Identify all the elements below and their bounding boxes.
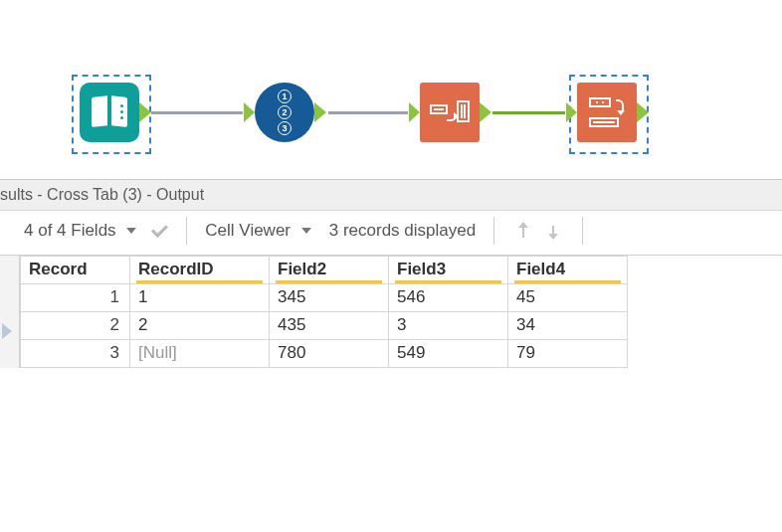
transpose-tool[interactable]: [420, 83, 480, 142]
connection[interactable]: [151, 111, 243, 114]
cell-viewer-label: Cell Viewer: [205, 221, 291, 240]
connection[interactable]: [328, 111, 408, 114]
table-row[interactable]: 3 [Null] 780 549 79: [21, 340, 628, 368]
cell-record: 1: [21, 284, 130, 312]
column-header-recordid[interactable]: RecordID: [130, 257, 270, 284]
table-row[interactable]: 1 1 345 546 45: [21, 284, 628, 312]
column-header-field4[interactable]: Field4: [508, 257, 628, 284]
crosstab-tool[interactable]: [577, 83, 637, 142]
recordid-tool[interactable]: 123: [255, 83, 314, 142]
arrow-down-icon[interactable]: [546, 224, 560, 238]
input-tool[interactable]: [80, 83, 139, 142]
output-anchor[interactable]: [637, 102, 649, 122]
column-header-record[interactable]: Record: [21, 257, 130, 284]
input-anchor[interactable]: [244, 102, 255, 122]
results-toolbar: 4 of 4 Fields Cell Viewer 3 records disp…: [0, 211, 782, 255]
cell[interactable]: 435: [270, 312, 389, 340]
output-anchor[interactable]: [139, 102, 151, 122]
cell[interactable]: 546: [389, 284, 508, 312]
recordid-icon: 123: [278, 89, 292, 135]
results-panel: sults - Cross Tab (3) - Output 4 of 4 Fi…: [0, 179, 782, 368]
results-grid[interactable]: Record RecordID Field2 Field3 Field4 1 1…: [20, 256, 628, 368]
input-anchor[interactable]: [409, 102, 420, 122]
cell[interactable]: 780: [270, 340, 389, 368]
arrow-up-icon[interactable]: [516, 224, 530, 238]
records-count: 3 records displayed: [329, 221, 476, 241]
header-row: Record RecordID Field2 Field3 Field4: [21, 257, 628, 284]
cell[interactable]: 79: [508, 340, 628, 368]
cell-record: 3: [21, 340, 130, 368]
current-row-marker: [2, 323, 12, 339]
cell[interactable]: [Null]: [130, 340, 270, 368]
transpose-icon: [429, 97, 471, 127]
table-row[interactable]: 2 2 435 3 34: [21, 312, 628, 340]
apply-icon[interactable]: [150, 225, 168, 237]
column-header-field2[interactable]: Field2: [270, 257, 389, 284]
chevron-down-icon: [126, 228, 136, 234]
column-header-field3[interactable]: Field3: [389, 257, 508, 284]
cell[interactable]: 1: [130, 284, 270, 312]
cell[interactable]: 2: [130, 312, 270, 340]
fields-label: 4 of 4 Fields: [24, 221, 116, 240]
chevron-down-icon: [301, 228, 311, 234]
book-icon: [90, 94, 129, 130]
cell[interactable]: 45: [508, 284, 628, 312]
separator: [186, 217, 187, 245]
output-anchor[interactable]: [480, 102, 491, 122]
connection[interactable]: [492, 111, 565, 114]
crosstab-icon: [586, 96, 628, 128]
cell[interactable]: 345: [270, 284, 389, 312]
separator: [493, 217, 494, 245]
row-gutter: [0, 256, 20, 368]
results-title: sults - Cross Tab (3) - Output: [0, 180, 782, 211]
cell-viewer-dropdown[interactable]: Cell Viewer: [205, 221, 312, 241]
output-anchor[interactable]: [314, 102, 326, 122]
cell-record: 2: [21, 312, 130, 340]
fields-dropdown[interactable]: 4 of 4 Fields: [24, 221, 138, 241]
separator: [582, 217, 583, 245]
cell[interactable]: 34: [508, 312, 628, 340]
input-anchor[interactable]: [566, 102, 577, 122]
cell[interactable]: 549: [389, 340, 508, 368]
workflow-canvas[interactable]: 123: [0, 0, 782, 179]
cell[interactable]: 3: [389, 312, 508, 340]
